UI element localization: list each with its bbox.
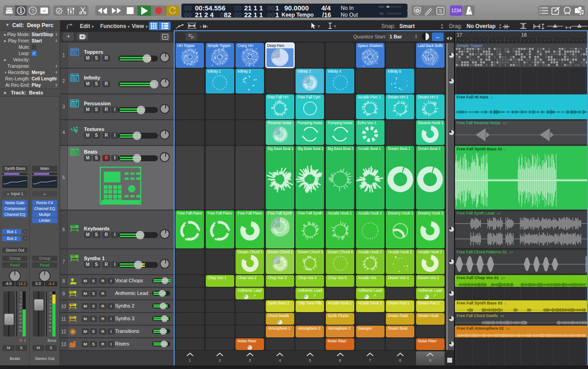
svg-text:‹: ‹ (207, 24, 208, 29)
svg-text:S: S (439, 9, 442, 14)
svg-text:?: ? (31, 8, 34, 14)
svg-text:›: › (200, 24, 201, 29)
svg-text:R: R (191, 35, 194, 40)
